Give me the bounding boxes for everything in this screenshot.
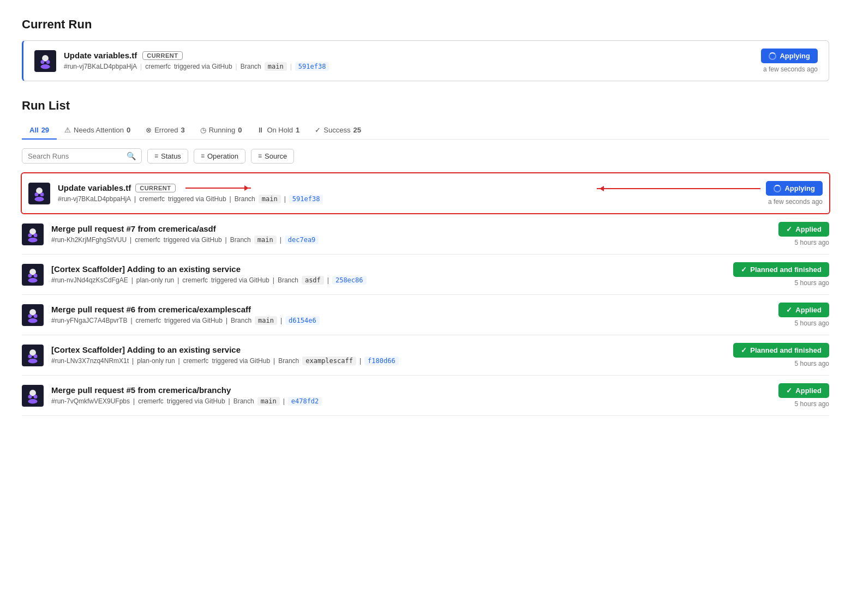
run-item-title-row: [Cortex Scaffolder] Adding to an existin… — [51, 264, 726, 274]
svg-point-34 — [28, 398, 38, 403]
search-wrapper[interactable]: 🔍 — [22, 148, 142, 164]
branch-badge: examplescaff — [302, 357, 356, 365]
commit-badge[interactable]: 591ef38 — [295, 62, 329, 71]
commit-badge[interactable]: f180d66 — [364, 357, 399, 365]
run-meta: #run-vj7BKaLD4pbpaHjA | cremerfc trigger… — [64, 62, 753, 71]
trigger-text[interactable]: triggered via GitHub — [168, 195, 226, 203]
commit-badge[interactable]: 591ef38 — [289, 195, 323, 203]
trigger-text[interactable]: triggered via GitHub — [211, 276, 269, 284]
tab-running[interactable]: ◷Running0 — [193, 122, 250, 140]
run-item-title-row: Update variables.tfCURRENT — [58, 183, 589, 192]
tab-icon: ⚠ — [64, 126, 71, 134]
status-button[interactable]: ✓Applied — [778, 383, 829, 398]
svg-point-23 — [34, 314, 38, 318]
svg-point-32 — [28, 395, 32, 398]
status-label: Applied — [795, 225, 822, 233]
run-title-row: Update variables.tf CURRENT — [64, 51, 753, 60]
trigger-text[interactable]: triggered via GitHub — [212, 357, 270, 365]
run-item-content: [Cortex Scaffolder] Adding to an existin… — [51, 345, 726, 365]
run-id: #run-LNv3X7nzq4NRmX1t — [51, 357, 129, 365]
run-item-title-row: [Cortex Scaffolder] Adding to an existin… — [51, 345, 726, 354]
status-label: Planned and finished — [750, 346, 822, 354]
run-title: Update variables.tf — [64, 51, 137, 60]
tab-success[interactable]: ✓Success25 — [307, 122, 369, 140]
status-button[interactable]: ✓Planned and finished — [733, 262, 829, 277]
status-button[interactable]: ✓Planned and finished — [733, 343, 829, 358]
run-item-meta: #run-Kh2KrjMFghgStVUU | cremerfc trigger… — [51, 235, 771, 244]
commit-badge[interactable]: dec7ea9 — [285, 235, 319, 244]
time-label: 5 hours ago — [795, 239, 829, 246]
status-button[interactable]: ✓Applied — [778, 303, 829, 317]
time-label: a few seconds ago — [763, 65, 818, 73]
trigger-text[interactable]: triggered via GitHub — [167, 397, 225, 405]
status-button[interactable]: Applying — [766, 181, 823, 196]
svg-point-24 — [28, 318, 38, 323]
triggered-by: cremerfc — [135, 236, 160, 244]
tab-needs-attention[interactable]: ⚠Needs Attention0 — [57, 122, 138, 140]
avatar — [22, 264, 44, 286]
run-id: #run-nvJNd4qzKsCdFgAE — [51, 276, 128, 284]
filter-btn-status[interactable]: ≡Status — [147, 149, 188, 164]
tab-count: 0 — [238, 126, 242, 134]
tab-icon: ⏸ — [257, 126, 264, 134]
filter-icon: ≡ — [258, 152, 262, 160]
applying-button[interactable]: Applying — [761, 49, 818, 63]
status-label: Applied — [795, 306, 822, 314]
run-items-container: Update variables.tfCURRENT#run-vj7BKaLD4… — [22, 172, 829, 416]
svg-point-19 — [28, 277, 38, 282]
svg-point-13 — [34, 233, 38, 237]
run-item-title: [Cortex Scaffolder] Adding to an existin… — [51, 264, 241, 274]
branch-badge: main — [257, 397, 280, 406]
trigger-text[interactable]: triggered via GitHub — [164, 236, 222, 244]
plan-only: plan-only run — [136, 276, 174, 284]
tab-errored[interactable]: ⊗Errored3 — [138, 122, 193, 140]
run-item-title-row: Merge pull request #5 from cremerica/bra… — [51, 385, 771, 395]
run-item[interactable]: Update variables.tfCURRENT#run-vj7BKaLD4… — [21, 172, 830, 214]
run-item[interactable]: [Cortex Scaffolder] Adding to an existin… — [22, 255, 829, 295]
trigger-text[interactable]: triggered via GitHub — [164, 317, 223, 324]
run-item[interactable]: Merge pull request #6 from cremerica/exa… — [22, 295, 829, 335]
status-button[interactable]: ✓Applied — [778, 222, 829, 237]
search-input[interactable] — [28, 152, 123, 160]
run-item[interactable]: Merge pull request #5 from cremerica/bra… — [22, 376, 829, 416]
plan-only: plan-only run — [137, 357, 175, 365]
tab-all[interactable]: All29 — [22, 122, 57, 140]
run-item[interactable]: [Cortex Scaffolder] Adding to an existin… — [22, 335, 829, 376]
svg-point-14 — [28, 237, 38, 242]
current-run-card: Update variables.tf CURRENT #run-vj7BKaL… — [22, 40, 829, 81]
run-item-content: Merge pull request #6 from cremerica/exa… — [51, 305, 771, 325]
commit-badge[interactable]: d6154e6 — [285, 316, 320, 325]
commit-badge[interactable]: e478fd2 — [288, 397, 322, 406]
run-item-content: Merge pull request #7 from cremerica/asd… — [51, 224, 771, 244]
run-item-content: Update variables.tfCURRENT#run-vj7BKaLD4… — [58, 183, 589, 203]
trigger-text: triggered via GitHub — [174, 63, 232, 70]
run-id: #run-Kh2KrjMFghgStVUU — [51, 236, 127, 244]
run-item[interactable]: Merge pull request #7 from cremerica/asd… — [22, 214, 829, 255]
branch-badge: main — [265, 62, 287, 71]
run-item-title: Merge pull request #5 from cremerica/bra… — [51, 385, 231, 395]
svg-point-7 — [35, 192, 39, 196]
svg-point-22 — [28, 314, 32, 318]
avatar — [22, 345, 44, 366]
status-label: Applied — [795, 386, 822, 395]
run-item-status-area: ✓Applied5 hours ago — [778, 222, 829, 246]
tabs: All29⚠Needs Attention0⊗Errored3◷Running0… — [22, 122, 829, 140]
run-item-status-area: ✓Applied5 hours ago — [778, 383, 829, 408]
tab-count: 29 — [41, 126, 49, 134]
filter-btn-operation[interactable]: ≡Operation — [194, 149, 245, 164]
filter-btn-source[interactable]: ≡Source — [251, 149, 294, 164]
branch-label: Branch — [278, 276, 298, 284]
commit-badge[interactable]: 258ec86 — [332, 276, 367, 285]
spinner-icon — [774, 185, 781, 192]
tab-on-hold[interactable]: ⏸On Hold1 — [249, 122, 307, 140]
svg-point-4 — [41, 64, 50, 69]
branch-label: Branch — [233, 397, 254, 405]
run-item-title: Merge pull request #7 from cremerica/asd… — [51, 224, 216, 233]
time-label: 5 hours ago — [795, 279, 829, 287]
tab-label: On Hold — [267, 126, 293, 134]
svg-point-2 — [41, 60, 45, 64]
applying-label: Applying — [780, 52, 810, 60]
run-item-title-row: Merge pull request #7 from cremerica/asd… — [51, 224, 771, 233]
filter-icon: ≡ — [154, 152, 158, 160]
run-id: #run-7vQmkfwVEX9UFpbs — [51, 397, 130, 405]
